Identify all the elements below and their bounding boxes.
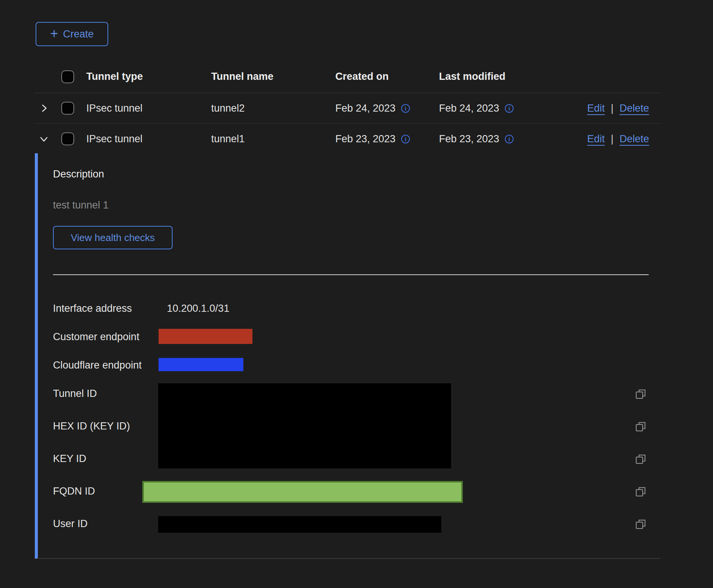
actions-separator: | bbox=[611, 103, 613, 114]
table-row: IPsec tunnel tunnel2 Feb 24, 2023 i Feb … bbox=[35, 93, 660, 124]
copy-icon bbox=[634, 388, 647, 401]
copy-fqdn-id-button[interactable] bbox=[634, 485, 647, 498]
key-id-label: KEY ID bbox=[53, 453, 86, 465]
delete-link[interactable]: Delete bbox=[620, 133, 649, 145]
cloudflare-endpoint-label: Cloudflare endpoint bbox=[53, 359, 142, 371]
hex-id-label: HEX ID (KEY ID) bbox=[53, 420, 130, 432]
row-checkbox[interactable] bbox=[61, 132, 74, 145]
chevron-right-icon[interactable] bbox=[39, 103, 49, 114]
chevron-down-icon[interactable] bbox=[39, 134, 49, 144]
created-on-cell: Feb 23, 2023 bbox=[335, 133, 395, 145]
copy-icon bbox=[634, 485, 647, 498]
tunnel-type-cell: IPsec tunnel bbox=[86, 133, 211, 145]
header-last-modified: Last modified bbox=[439, 71, 543, 82]
table-header-row: Tunnel type Tunnel name Created on Last … bbox=[35, 61, 660, 93]
user-id-label: User ID bbox=[53, 518, 88, 530]
edit-link[interactable]: Edit bbox=[587, 103, 605, 114]
fqdn-id-label: FQDN ID bbox=[53, 485, 95, 497]
actions-separator: | bbox=[611, 133, 613, 145]
info-icon[interactable]: i bbox=[401, 135, 410, 143]
tunnel-name-cell: tunnel1 bbox=[211, 133, 335, 145]
details-divider bbox=[53, 274, 649, 275]
view-health-checks-label: View health checks bbox=[71, 232, 155, 244]
view-health-checks-button[interactable]: View health checks bbox=[53, 226, 173, 249]
tunnel-hex-key-id-redacted-values bbox=[158, 383, 451, 468]
create-button[interactable]: + Create bbox=[36, 22, 108, 46]
description-label: Description bbox=[53, 168, 104, 180]
create-button-label: Create bbox=[63, 28, 93, 40]
user-id-redacted-value bbox=[158, 516, 441, 533]
customer-endpoint-label: Customer endpoint bbox=[53, 331, 139, 343]
copy-tunnel-id-button[interactable] bbox=[634, 388, 647, 401]
copy-user-id-button[interactable] bbox=[634, 518, 647, 531]
select-all-checkbox[interactable] bbox=[61, 70, 74, 83]
interface-address-value: 10.200.1.0/31 bbox=[167, 303, 229, 314]
delete-link[interactable]: Delete bbox=[620, 103, 649, 114]
copy-icon bbox=[634, 453, 647, 466]
copy-icon bbox=[634, 518, 647, 531]
tunnel-id-label: Tunnel ID bbox=[53, 388, 97, 400]
customer-endpoint-redacted-value bbox=[159, 329, 252, 344]
created-on-cell: Feb 24, 2023 bbox=[335, 103, 395, 114]
tunnel-name-cell: tunnel2 bbox=[211, 103, 335, 114]
header-tunnel-type: Tunnel type bbox=[86, 71, 211, 82]
copy-key-id-button[interactable] bbox=[634, 453, 647, 466]
fqdn-id-redacted-value bbox=[142, 481, 463, 503]
copy-icon bbox=[634, 420, 647, 433]
last-modified-cell: Feb 24, 2023 bbox=[439, 103, 499, 114]
row-checkbox[interactable] bbox=[61, 102, 74, 115]
copy-hex-id-button[interactable] bbox=[634, 420, 647, 433]
table-row-expanded: IPsec tunnel tunnel1 Feb 23, 2023 i Feb … bbox=[35, 124, 660, 154]
header-created-on: Created on bbox=[335, 71, 439, 82]
tunnel-details-panel: Description test tunnel 1 View health ch… bbox=[35, 153, 660, 559]
edit-link[interactable]: Edit bbox=[587, 133, 605, 145]
tunnel-type-cell: IPsec tunnel bbox=[86, 103, 211, 114]
tunnels-table: Tunnel type Tunnel name Created on Last … bbox=[35, 61, 660, 154]
description-value: test tunnel 1 bbox=[53, 199, 109, 211]
tunnels-page: + Create Tunnel type Tunnel name Created… bbox=[0, 0, 713, 588]
header-tunnel-name: Tunnel name bbox=[211, 71, 335, 82]
info-icon[interactable]: i bbox=[505, 135, 514, 143]
last-modified-cell: Feb 23, 2023 bbox=[439, 133, 499, 145]
cloudflare-endpoint-redacted-value bbox=[159, 358, 243, 371]
interface-address-label: Interface address bbox=[53, 303, 132, 314]
info-icon[interactable]: i bbox=[401, 104, 410, 113]
info-icon[interactable]: i bbox=[505, 104, 514, 113]
